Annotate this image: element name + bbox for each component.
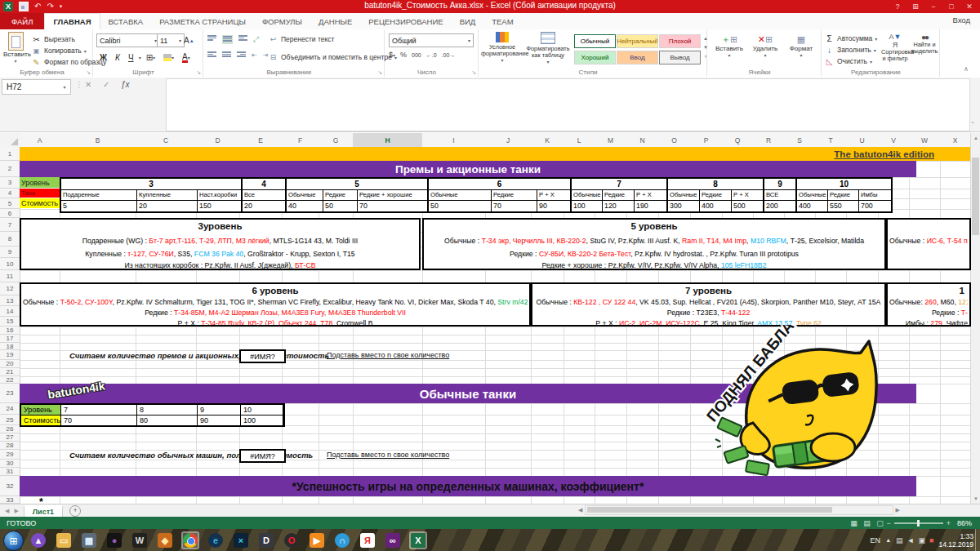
zoom-in-button[interactable]: + xyxy=(947,519,951,527)
row-header-1[interactable]: 1 xyxy=(0,147,20,161)
tab-главная[interactable]: ГЛАВНАЯ xyxy=(44,13,100,29)
block-row[interactable]: Обычные : ИС-6, Т-54 перв xyxy=(889,233,968,248)
column-header-G[interactable]: G xyxy=(318,133,354,148)
fill-color-button[interactable]: ▾ xyxy=(160,51,177,64)
prem-col-value[interactable]: 700 xyxy=(859,201,891,211)
zoom-slider[interactable] xyxy=(894,522,943,524)
prem-col-value[interactable]: 190 xyxy=(635,201,666,211)
prem-col-value[interactable]: 40 xyxy=(287,201,323,211)
block-row[interactable]: Р + Х : Т-34-85 Rudy, КВ-2 (Р), Объект 2… xyxy=(23,318,528,327)
prem-col-value[interactable]: 120 xyxy=(603,201,634,211)
currency-button[interactable]: $▾ xyxy=(389,51,395,59)
block-row[interactable]: Р + Х : ИС-2, ИС-2М, ИСУ-122С, Е 25, Kin… xyxy=(534,318,883,327)
align-left-icon[interactable] xyxy=(207,51,216,59)
prem-col-value[interactable]: 5 xyxy=(61,201,136,211)
align-center-icon[interactable] xyxy=(222,51,231,59)
dialog-launcher-icon[interactable]: ↘ xyxy=(196,69,201,76)
column-header-K[interactable]: K xyxy=(531,133,564,148)
autosum-button[interactable]: ΣАвтосумма▾ xyxy=(824,33,877,44)
style-chip-5[interactable]: Ввод xyxy=(617,51,658,64)
name-box-caret-icon[interactable]: ▾ xyxy=(59,79,71,95)
block-row[interactable]: Из настоящих коробок : Pz.Kpfw. II Ausf.… xyxy=(23,260,417,270)
normal-level[interactable]: 9 xyxy=(198,405,241,415)
select-all-corner[interactable] xyxy=(0,133,20,148)
cancel-icon[interactable]: ✕ xyxy=(85,80,91,89)
row-header-8[interactable]: 8 xyxy=(0,232,20,247)
column-header-N[interactable]: N xyxy=(626,133,659,148)
taskbar-icon-voice-app[interactable]: ∩ xyxy=(333,531,351,549)
row-header-20[interactable]: 20 xyxy=(0,360,20,368)
scroll-right-icon[interactable]: ▶ xyxy=(893,507,902,513)
add-sheet-button[interactable]: + xyxy=(69,505,81,517)
column-header-V[interactable]: V xyxy=(878,133,910,148)
sheet-nav-left-icon[interactable]: ◀ xyxy=(5,508,9,514)
normal-level[interactable]: 7 xyxy=(61,405,137,415)
row-header-19[interactable]: 19 xyxy=(0,350,20,360)
block-row[interactable]: Купленные : т-127, СУ-76И, S35, FCM 36 P… xyxy=(23,248,417,260)
zoom-out-button[interactable]: − xyxy=(886,519,890,527)
language-indicator[interactable]: EN xyxy=(871,536,881,544)
prem-col-value[interactable]: 50 xyxy=(429,201,491,211)
prem-col-value[interactable]: 500 xyxy=(732,201,763,211)
row-header-11[interactable]: 11 xyxy=(0,270,20,282)
row-header-27[interactable]: 27 xyxy=(0,433,20,442)
insert-cells-button[interactable]: ＋⊞ Вставить▾ xyxy=(713,34,746,58)
decrease-decimal-button[interactable]: .00→ xyxy=(442,52,456,58)
column-header-E[interactable]: E xyxy=(239,133,283,148)
block-row[interactable]: Имбы : 279, Чифте xyxy=(889,318,968,327)
row-header-33[interactable]: 33 xyxy=(0,496,20,504)
row-header-26[interactable]: 26 xyxy=(0,425,20,433)
horizontal-scrollbar[interactable]: ◀ ▶ xyxy=(576,505,902,515)
help-icon[interactable]: ? xyxy=(889,0,906,12)
block-row[interactable]: Подаренные (WG) : Бт-7 арт,Т-116, Т-29, … xyxy=(23,233,417,248)
restore-icon[interactable]: □ xyxy=(942,0,960,12)
block-row[interactable]: Редкие : Т- xyxy=(889,308,968,318)
taskbar-icon-game-center[interactable]: ◆ xyxy=(156,531,174,549)
align-right-icon[interactable] xyxy=(237,51,246,59)
row-header-3[interactable]: 3 xyxy=(0,177,20,189)
prem-col-value[interactable]: 550 xyxy=(828,201,858,211)
tray-expand-icon[interactable]: ▲ xyxy=(885,537,891,543)
column-header-B[interactable]: B xyxy=(60,133,136,148)
style-chip-1[interactable]: Обычный xyxy=(574,34,616,48)
row-header-30[interactable]: 30 xyxy=(0,460,20,468)
format-as-table-button[interactable]: Форматировать как таблицу ▾ xyxy=(525,32,571,64)
calc-result-cell-2[interactable]: #ИМЯ? xyxy=(239,449,286,463)
cell-cost-label[interactable]: Стоимость xyxy=(20,198,60,208)
normal-level[interactable]: 10 xyxy=(241,405,283,415)
merge-center-button[interactable]: ⊟Объединить и поместить в центре▾ xyxy=(268,51,397,63)
clock[interactable]: 1:3314.12.2019 xyxy=(938,532,973,549)
vertical-scrollbar[interactable]: ▲ ▼ xyxy=(970,133,980,504)
sign-in-link[interactable]: Вход xyxy=(953,16,971,24)
row-header-12[interactable]: 12 xyxy=(0,282,20,295)
zoom-level[interactable]: 86% xyxy=(957,519,972,527)
block-row[interactable]: Редкие : Т23Е3, Т-44-122 xyxy=(534,308,883,318)
block-row[interactable]: Редкие : Т-34-85М, М4-А2 Шерман Лозы, M4… xyxy=(23,308,528,318)
prem-col-value[interactable]: 20 xyxy=(137,201,197,211)
taskbar-icon-calculator[interactable]: ▦ xyxy=(80,531,98,549)
column-header-J[interactable]: J xyxy=(485,133,532,148)
row-header-31[interactable]: 31 xyxy=(0,468,20,476)
taskbar-icon-yandex[interactable]: Я xyxy=(359,531,376,549)
row-header-16[interactable]: 16 xyxy=(0,327,20,335)
taskbar-icon-chrome[interactable] xyxy=(181,531,199,549)
row-header-13[interactable]: 13 xyxy=(0,295,20,306)
dialog-launcher-icon[interactable]: ↘ xyxy=(471,69,476,76)
ribbon-options-icon[interactable]: ⊞ xyxy=(906,0,924,12)
tab-файл[interactable]: ФАЙЛ xyxy=(0,13,44,29)
taskbar-icon-x-app[interactable]: × xyxy=(232,531,250,549)
block-row[interactable]: Редкие : СУ-85И, КВ-220-2 Бета-Тест, Pz.… xyxy=(425,248,883,260)
prem-col-value[interactable]: 70 xyxy=(358,201,427,211)
taskbar-icon-opera[interactable]: O xyxy=(283,531,301,549)
tab-формулы[interactable]: ФОРМУЛЫ xyxy=(254,13,310,29)
prem-col-value[interactable]: 150 xyxy=(198,201,241,211)
taskbar-icon-discord[interactable]: D xyxy=(257,531,275,549)
view-layout-icon[interactable]: ▤ xyxy=(860,519,873,527)
formula-input[interactable] xyxy=(166,78,970,131)
prem-table[interactable]: 3Подаренные5Купленные20Наст.коробки1504В… xyxy=(60,177,893,213)
column-header-I[interactable]: I xyxy=(422,133,486,148)
row-header-29[interactable]: 29 xyxy=(0,450,20,460)
find-select-button[interactable]: ●● Найти и выделить xyxy=(911,33,938,55)
name-box[interactable]: H72 xyxy=(2,79,63,95)
scroll-up-icon[interactable]: ▲ xyxy=(971,133,980,143)
